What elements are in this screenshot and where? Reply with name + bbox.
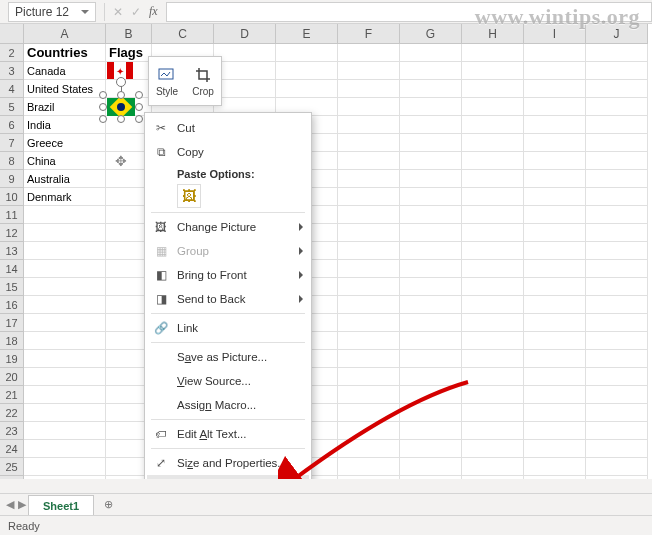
cell[interactable] <box>338 224 400 242</box>
cell[interactable] <box>24 260 106 278</box>
cell[interactable] <box>462 314 524 332</box>
cell[interactable] <box>586 404 648 422</box>
menu-change-picture[interactable]: 🖼 Change Picture <box>147 215 309 239</box>
cell[interactable] <box>400 458 462 476</box>
paste-picture-button[interactable]: 🖼 <box>177 184 201 208</box>
cell[interactable] <box>338 62 400 80</box>
worksheet-grid[interactable]: A B C D E F G H I J 23456789101112131415… <box>0 24 652 479</box>
cell[interactable] <box>462 296 524 314</box>
cell[interactable] <box>586 62 648 80</box>
menu-edit-alt-text[interactable]: 🏷 Edit Alt Text... <box>147 422 309 446</box>
menu-send-to-back[interactable]: ◨ Send to Back <box>147 287 309 311</box>
cell[interactable] <box>24 224 106 242</box>
row-header[interactable]: 11 <box>0 206 24 224</box>
cell[interactable] <box>24 458 106 476</box>
col-header[interactable]: J <box>586 24 648 44</box>
cell[interactable] <box>400 314 462 332</box>
cell[interactable] <box>462 80 524 98</box>
cell[interactable] <box>462 458 524 476</box>
cell[interactable] <box>400 170 462 188</box>
cell[interactable]: Flags <box>106 44 152 62</box>
menu-view-source[interactable]: View Source... <box>147 369 309 393</box>
col-header[interactable]: I <box>524 24 586 44</box>
cell[interactable] <box>400 242 462 260</box>
cell[interactable] <box>586 332 648 350</box>
cell[interactable] <box>586 314 648 332</box>
cell[interactable] <box>338 404 400 422</box>
cell[interactable] <box>400 206 462 224</box>
cell[interactable] <box>524 242 586 260</box>
cell[interactable] <box>24 242 106 260</box>
cell[interactable] <box>24 296 106 314</box>
fx-icon[interactable]: fx <box>149 4 158 19</box>
cell[interactable] <box>24 476 106 479</box>
prev-sheet-icon[interactable]: ◀ <box>6 498 14 511</box>
sheet-tab[interactable]: Sheet1 <box>28 495 94 515</box>
cell[interactable] <box>586 98 648 116</box>
picture-flag-brazil[interactable] <box>107 98 135 116</box>
cell[interactable] <box>586 386 648 404</box>
menu-save-as-picture[interactable]: Save as Picture... <box>147 345 309 369</box>
cell[interactable] <box>586 296 648 314</box>
row-header[interactable]: 4 <box>0 80 24 98</box>
cell[interactable] <box>524 224 586 242</box>
cell[interactable] <box>586 134 648 152</box>
cell[interactable] <box>24 350 106 368</box>
col-header[interactable]: A <box>24 24 106 44</box>
tab-nav[interactable]: ◀▶ <box>6 498 26 511</box>
cell[interactable] <box>462 404 524 422</box>
cell[interactable] <box>400 80 462 98</box>
cell[interactable] <box>276 62 338 80</box>
row-header[interactable]: 18 <box>0 332 24 350</box>
cell[interactable] <box>24 206 106 224</box>
cell[interactable] <box>276 80 338 98</box>
row-header[interactable]: 8 <box>0 152 24 170</box>
cell[interactable] <box>586 188 648 206</box>
cell[interactable] <box>338 440 400 458</box>
menu-link[interactable]: 🔗 Link <box>147 316 309 340</box>
row-header[interactable]: 19 <box>0 350 24 368</box>
cell[interactable] <box>338 296 400 314</box>
cell[interactable] <box>338 116 400 134</box>
cell[interactable] <box>524 62 586 80</box>
cell[interactable] <box>24 440 106 458</box>
menu-assign-macro[interactable]: Assign Macro... <box>147 393 309 417</box>
cell[interactable] <box>524 44 586 62</box>
cell[interactable] <box>586 242 648 260</box>
cell[interactable]: Greece <box>24 134 106 152</box>
row-header[interactable]: 26 <box>0 476 24 479</box>
cell[interactable] <box>462 134 524 152</box>
cell[interactable] <box>524 134 586 152</box>
row-header[interactable]: 14 <box>0 260 24 278</box>
cell[interactable] <box>524 350 586 368</box>
cell[interactable] <box>338 188 400 206</box>
cell[interactable]: Countries <box>24 44 106 62</box>
cell[interactable] <box>338 170 400 188</box>
cell[interactable] <box>586 476 648 479</box>
cell[interactable] <box>524 170 586 188</box>
cell[interactable] <box>338 98 400 116</box>
cell[interactable]: Canada <box>24 62 106 80</box>
name-box[interactable]: Picture 12 <box>8 2 96 22</box>
row-header[interactable]: 21 <box>0 386 24 404</box>
cell[interactable] <box>524 278 586 296</box>
cell[interactable] <box>400 476 462 479</box>
cell[interactable] <box>524 422 586 440</box>
cell[interactable] <box>524 440 586 458</box>
cell[interactable] <box>400 422 462 440</box>
cell[interactable] <box>400 296 462 314</box>
row-header[interactable]: 23 <box>0 422 24 440</box>
style-button[interactable]: Style <box>149 57 185 105</box>
cell[interactable] <box>524 152 586 170</box>
cell[interactable] <box>400 62 462 80</box>
cell[interactable] <box>586 260 648 278</box>
col-header[interactable]: F <box>338 24 400 44</box>
cell[interactable] <box>586 170 648 188</box>
cell[interactable] <box>586 422 648 440</box>
cell[interactable] <box>524 314 586 332</box>
cell[interactable] <box>400 332 462 350</box>
cell[interactable] <box>462 422 524 440</box>
cell[interactable] <box>462 332 524 350</box>
cell[interactable] <box>586 350 648 368</box>
cell[interactable] <box>338 44 400 62</box>
